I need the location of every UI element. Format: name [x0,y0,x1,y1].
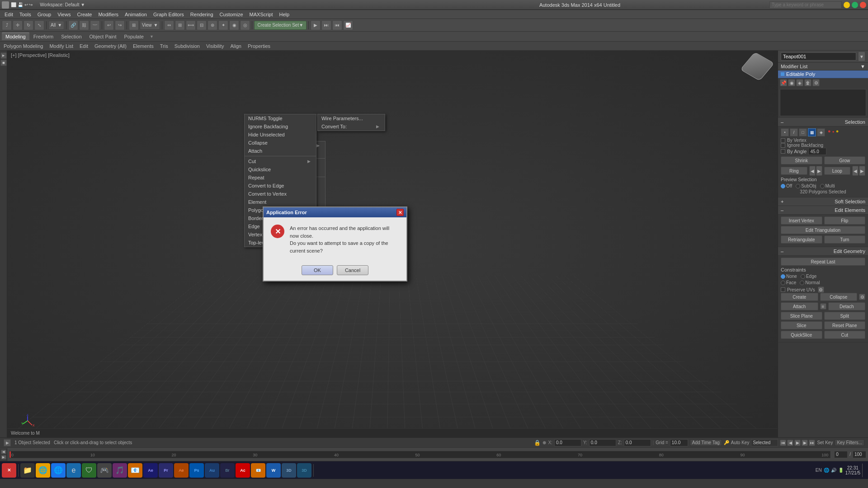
loop-prev-btn[interactable]: ◀ [852,166,859,176]
ignore-backfacing-checkbox[interactable] [781,143,785,148]
go-start-btn[interactable]: ⏮ [780,440,786,446]
attach-list-btn[interactable]: ≡ [820,303,826,310]
taskbar-ps[interactable]: Ps [189,463,204,478]
taskbar-mail2[interactable]: 📧 [251,463,265,478]
ring-next-btn[interactable]: ▶ [816,166,822,176]
pm-tris[interactable]: Tris [158,43,170,49]
taskbar-word[interactable]: W [266,463,281,478]
tab-object-paint[interactable]: Object Paint [86,33,120,40]
edit-geometry-header[interactable]: – Edit Geometry [778,247,868,256]
menu-customize[interactable]: Customize [217,11,246,18]
taskbar-pr[interactable]: Pr [159,463,173,478]
timeline-end-btn[interactable]: ▶ [1,455,6,460]
grow-btn[interactable]: Grow [824,156,866,164]
taskbar-browser1[interactable]: 🌐 [36,463,50,478]
menu-views[interactable]: Views [55,11,73,18]
move-tool[interactable]: ✛ [13,20,23,30]
key-filters-btn[interactable]: Key Filters... [835,439,864,446]
unlink-tool[interactable]: ⛓ [79,20,89,30]
filter-dropdown[interactable]: All ▼ [48,21,64,30]
cut-btn[interactable]: Cut [824,331,866,339]
taskbar-music[interactable]: 🎵 [113,463,127,478]
z-coord-input[interactable] [624,439,651,446]
menu-tools[interactable]: Tools [17,11,34,18]
play-animation[interactable]: ▶ [311,20,321,30]
view-type-dropdown[interactable]: View ▼ [140,21,160,30]
insert-vertex-btn[interactable]: Insert Vertex [781,216,822,225]
ctx-nurms-toggle[interactable]: NURMS Toggle [245,114,316,122]
close-button[interactable] [860,2,866,8]
taskbar-bridge[interactable]: Br [220,463,235,478]
x-coord-input[interactable] [554,439,581,446]
array-tool[interactable]: ⊞ [175,20,185,30]
menu-help[interactable]: Help [277,11,292,18]
config-modifier-icon[interactable]: ⚙ [812,79,820,86]
align-to-view[interactable]: ◎ [240,20,250,30]
ctx-repeat[interactable]: Repeat [245,174,316,182]
ring-prev-btn[interactable]: ◀ [809,166,816,176]
anim-tool[interactable]: ◼ [0,60,7,66]
viewport[interactable]: [+] [Perspective] [Realistic] NURMS Togg… [7,51,778,437]
show-desktop-btn[interactable] [862,464,864,477]
slice-plane-btn[interactable]: Slice Plane [781,312,822,320]
taskbar-browser2[interactable]: 🌐 [51,463,66,478]
collapse-btn[interactable]: Collapse [820,293,858,301]
by-angle-checkbox[interactable] [781,149,785,154]
loop-next-btn[interactable]: ▶ [859,166,865,176]
ctx-convert-to-edge[interactable]: Convert to Edge [245,182,316,190]
populate-more[interactable]: ▼ [150,34,154,39]
detach-btn[interactable]: Detach [828,302,866,310]
preserve-uvs-settings[interactable]: ⚙ [818,286,824,293]
tab-selection[interactable]: Selection [57,33,85,40]
menu-create[interactable]: Create [74,11,94,18]
bind-space-warp[interactable]: 〰 [90,20,100,30]
minimize-button[interactable] [844,2,850,8]
constraint-none-radio[interactable]: None [781,274,797,279]
menu-rendering[interactable]: Rendering [188,11,216,18]
open-mini-curve[interactable]: 📈 [343,20,353,30]
polygon-mode-btn[interactable]: ▩ [808,128,816,136]
preview-off-radio[interactable]: Off [781,183,792,188]
search-input[interactable] [769,1,842,9]
show-end-result-icon[interactable]: ◉ [788,79,795,86]
menu-graph-editors[interactable]: Graph Editors [151,11,187,18]
align-camera[interactable]: ◉ [229,20,239,30]
grid-value-input[interactable] [670,439,688,446]
shrink-btn[interactable]: Shrink [781,156,822,164]
soft-selection-header[interactable]: + Soft Selection [778,197,868,206]
ctx-quickslice[interactable]: Quickslice [245,165,316,174]
ctx-convert-to[interactable]: Convert To: ▶ [318,122,385,131]
taskbar-ae2[interactable]: Ae [174,463,189,478]
menu-edit[interactable]: Edit [2,11,16,18]
selected-mode-input[interactable] [751,439,778,446]
taskbar-mail[interactable]: 📧 [128,463,142,478]
vertex-mode-btn[interactable]: • [781,128,789,136]
current-frame-input[interactable] [834,451,848,458]
make-unique-icon[interactable]: ◈ [796,79,803,86]
y-coord-input[interactable] [589,439,616,446]
pm-properties[interactable]: Properties [246,43,272,49]
taskbar-start[interactable]: ✕ [2,463,16,478]
retriangulate-btn[interactable]: Retriangulate [781,235,822,244]
pm-polygon-modeling[interactable]: Polygon Modeling [2,43,45,49]
pm-visibility[interactable]: Visibility [204,43,226,49]
attach-btn[interactable]: Attach [781,302,818,310]
dialog-cancel-button[interactable]: Cancel [337,265,368,275]
pm-edit[interactable]: Edit [78,43,90,49]
play-btn[interactable]: ▶ [0,52,7,59]
flip-btn[interactable]: Flip [824,216,866,225]
quickslice-btn[interactable]: QuickSlice [781,331,822,339]
taskbar-explorer[interactable]: 📁 [20,463,35,478]
menu-animation[interactable]: Animation [122,11,150,18]
ctx-convert-to-vertex[interactable]: Convert to Vertex [245,190,316,198]
preview-multi-radio[interactable]: Multi [820,183,835,188]
constraint-normal-radio[interactable]: Normal [800,280,820,285]
add-time-tag-btn[interactable]: Add Time Tag [690,439,722,446]
menu-group[interactable]: Group [35,11,54,18]
selection-rollout-header[interactable]: – Selection [778,118,868,127]
ctx-hide-unselected[interactable]: Hide Unselected [245,131,316,139]
ring-btn[interactable]: Ring [781,167,807,175]
create-selection-btn[interactable]: Create Selection Set ▼ [254,21,307,30]
preview-subobj-radio[interactable]: SubObj [796,183,816,188]
ctx-wire-parameters[interactable]: Wire Parameters... [318,114,385,122]
